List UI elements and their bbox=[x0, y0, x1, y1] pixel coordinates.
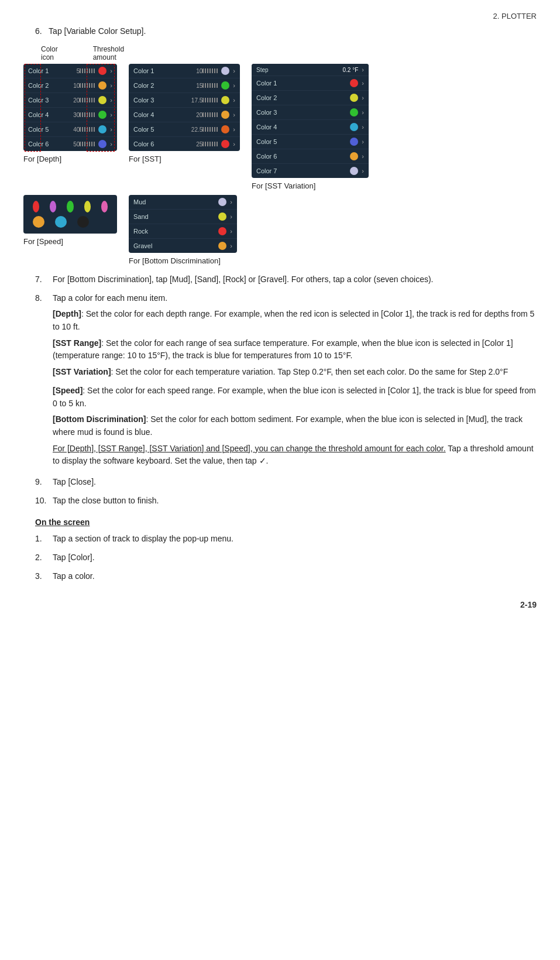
step8-speed: [Speed]: Set the color for each speed ra… bbox=[53, 385, 537, 410]
sst-var-header: Step 0.2 °F › bbox=[252, 64, 369, 76]
speed-row-1 bbox=[30, 201, 110, 212]
step8-bd: [Bottom Discrimination]: Set the color f… bbox=[53, 413, 537, 438]
step7-text: For [Bottom Discrimination], tap [Mud], … bbox=[53, 273, 433, 286]
sst-var-row-6: Color 6 › bbox=[252, 149, 369, 164]
chapter-title: 2. PLOTTER bbox=[493, 12, 537, 20]
step7-num: 7. bbox=[35, 273, 48, 286]
step8-item: 8. Tap a color for each menu item. [Dept… bbox=[35, 292, 537, 468]
depth-row-3: Color 3 20 › bbox=[23, 93, 117, 108]
bd-figure: Mud › Sand › Rock › Gravel › bbox=[129, 195, 237, 265]
speed-row-2 bbox=[30, 216, 110, 228]
step6-text: Tap [Variable Color Setup]. bbox=[49, 26, 146, 36]
speed-caption: For [Speed] bbox=[23, 237, 63, 246]
depth-row-1: Color 1 5 › bbox=[23, 64, 117, 78]
depth-figure: Color 1 5 › Color 2 10 › Color 3 bbox=[23, 64, 117, 163]
sst-var-row-2: Color 2 › bbox=[252, 91, 369, 105]
annotation-threshold-amount: Thresholdamount bbox=[93, 45, 124, 61]
page-footer: 2-19 bbox=[23, 600, 537, 609]
bd-screen: Mud › Sand › Rock › Gravel › bbox=[129, 195, 237, 253]
sst-var-row-5: Color 5 › bbox=[252, 135, 369, 149]
depth-row-4: Color 4 30 › bbox=[23, 108, 117, 122]
bd-row-sand: Sand › bbox=[129, 210, 237, 224]
step9-item: 9. Tap [Close]. bbox=[35, 476, 537, 489]
os-step3-text: Tap a color. bbox=[53, 570, 95, 583]
bd-row-gravel: Gravel › bbox=[129, 239, 237, 253]
sst-var-row-3: Color 3 › bbox=[252, 105, 369, 120]
step8-intro: Tap a color for each menu item. bbox=[53, 292, 167, 305]
bd-caption: For [Bottom Discrimination] bbox=[129, 256, 221, 265]
sst-var-row-7: Color 7 › bbox=[252, 164, 369, 178]
sst-figure: Color 1 10 › Color 2 15 › Color 3 17.5 bbox=[129, 64, 240, 163]
depth-caption: For [Depth] bbox=[23, 155, 61, 163]
step8-num: 8. bbox=[35, 292, 48, 305]
os-step3-item: 3. Tap a color. bbox=[35, 570, 537, 583]
os-step2-num: 2. bbox=[35, 551, 48, 564]
step8-sstvar: [SST Variation]: Set the color for each … bbox=[53, 366, 537, 379]
sst-var-row-1: Color 1 › bbox=[252, 76, 369, 91]
os-step2-item: 2. Tap [Color]. bbox=[35, 551, 537, 564]
speed-palette bbox=[23, 195, 117, 234]
sst-var-figure: Step 0.2 °F › Color 1 › Color 2 › Color … bbox=[252, 64, 369, 190]
step10-text: Tap the close button to finish. bbox=[53, 495, 159, 508]
sst-row-4: Color 4 20 › bbox=[129, 108, 240, 122]
step8-depth: [Depth]: Set the color for each depth ra… bbox=[53, 308, 537, 333]
os-step1-item: 1. Tap a section of track to display the… bbox=[35, 533, 537, 546]
depth-row-2: Color 2 10 › bbox=[23, 78, 117, 93]
speed-figure: For [Speed] bbox=[23, 195, 117, 246]
os-step2-text: Tap [Color]. bbox=[53, 551, 95, 564]
step10-num: 10. bbox=[35, 495, 48, 508]
sst-row-1: Color 1 10 › bbox=[129, 64, 240, 78]
os-step1-text: Tap a section of track to display the po… bbox=[53, 533, 233, 546]
sst-var-caption: For [SST Variation] bbox=[252, 181, 315, 190]
step8-sst: [SST Range]: Set the color for each rang… bbox=[53, 337, 537, 362]
depth-row-6: Color 6 50 › bbox=[23, 137, 117, 151]
chapter-header: 2. PLOTTER bbox=[23, 12, 537, 20]
annotation-color-icon: Coloricon bbox=[41, 45, 58, 61]
step9-text: Tap [Close]. bbox=[53, 476, 96, 489]
step9-num: 9. bbox=[35, 476, 48, 489]
sst-var-screen: Step 0.2 °F › Color 1 › Color 2 › Color … bbox=[252, 64, 369, 178]
bd-row-mud: Mud › bbox=[129, 195, 237, 210]
depth-row-5: Color 5 40 › bbox=[23, 122, 117, 137]
step10-item: 10. Tap the close button to finish. bbox=[35, 495, 537, 508]
page-number: 2-19 bbox=[520, 600, 537, 609]
sst-row-3: Color 3 17.5 › bbox=[129, 93, 240, 108]
step6-heading: 6. Tap [Variable Color Setup]. bbox=[35, 26, 537, 36]
os-step1-num: 1. bbox=[35, 533, 48, 546]
sst-screen: Color 1 10 › Color 2 15 › Color 3 17.5 bbox=[129, 64, 240, 151]
sst-var-row-4: Color 4 › bbox=[252, 120, 369, 135]
step8-threshold: For [Depth], [SST Range], [SST Variation… bbox=[53, 443, 537, 468]
sst-row-5: Color 5 22.5 › bbox=[129, 122, 240, 137]
sst-row-2: Color 2 15 › bbox=[129, 78, 240, 93]
os-step3-num: 3. bbox=[35, 570, 48, 583]
sst-row-6: Color 6 25 › bbox=[129, 137, 240, 151]
step6-num: 6. bbox=[35, 26, 42, 36]
on-screen-heading: On the screen bbox=[35, 517, 537, 527]
depth-screen: Color 1 5 › Color 2 10 › Color 3 bbox=[23, 64, 117, 151]
bd-row-rock: Rock › bbox=[129, 224, 237, 239]
sst-caption: For [SST] bbox=[129, 155, 162, 163]
instructions: 7. For [Bottom Discrimination], tap [Mud… bbox=[35, 273, 537, 582]
step7-item: 7. For [Bottom Discrimination], tap [Mud… bbox=[35, 273, 537, 286]
